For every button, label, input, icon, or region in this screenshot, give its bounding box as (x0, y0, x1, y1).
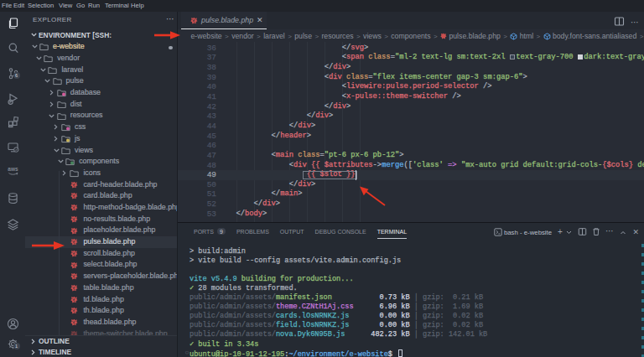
svg-text:aws: aws (8, 166, 18, 172)
